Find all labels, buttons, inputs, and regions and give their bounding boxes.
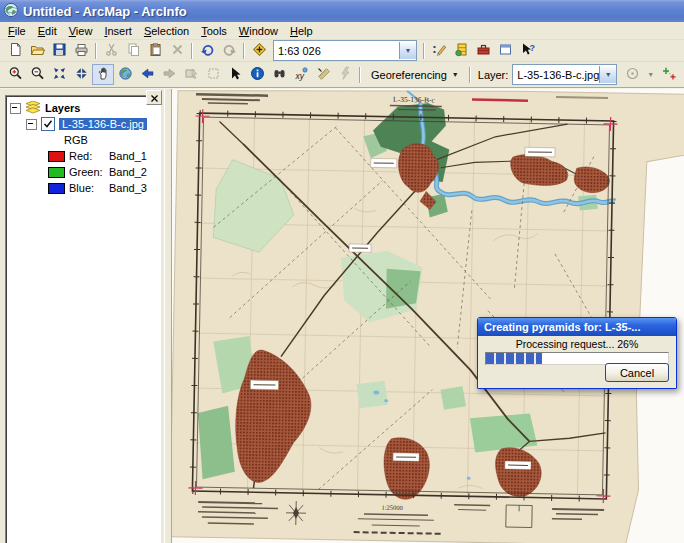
save-icon [52,42,67,59]
zoom-in-button[interactable] [4,64,26,85]
menu-insert[interactable]: Insert [98,24,138,38]
select-elements-icon [228,66,243,83]
go-forward-icon [162,66,177,83]
layer-visibility-checkbox[interactable] [41,117,55,131]
toc-channel-red: Red: Band_1 [8,148,158,164]
redo-arrow-icon [222,42,237,59]
dialog-status-text: Processing request... 26% [478,338,676,350]
add-control-points-button[interactable] [658,64,680,85]
menu-edit[interactable]: Edit [32,24,63,38]
arctoolbox-button[interactable] [472,40,494,61]
layer-combo[interactable]: L-35-136-B-c.jpg ▼ [512,64,617,85]
save-button[interactable] [48,40,70,61]
georeferencing-menu-button[interactable]: Georeferencing ▼ [364,66,466,84]
rotate-raster-button[interactable] [621,64,643,85]
copy-icon [126,42,141,59]
menu-help[interactable]: Help [284,24,319,38]
toc-close-button[interactable] [146,90,162,105]
collapse-icon[interactable] [10,103,21,114]
toc-panel: Layers L-35-136-B-c.jpg RGB Red: Band_1 [5,95,161,543]
command-window-button[interactable] [494,40,516,61]
measure-button[interactable] [312,64,334,85]
undo-button[interactable] [196,40,218,61]
go-forward-button[interactable] [158,64,180,85]
measure-icon [316,66,331,83]
collapse-icon[interactable] [26,119,37,130]
menu-tools[interactable]: Tools [195,24,233,38]
dropdown-arrow-icon: ▼ [452,71,459,78]
dialog-title: Creating pyramids for: L-35-... [484,321,640,333]
go-to-xy-button[interactable]: xy [290,64,312,85]
toolbar-separator [423,43,425,59]
clear-selection-button[interactable] [202,64,224,85]
red-band-swatch [48,151,65,162]
pan-button[interactable] [92,64,114,85]
creating-pyramids-dialog: Creating pyramids for: L-35-... Processi… [477,317,677,389]
open-folder-icon [30,42,45,59]
svg-text:xy: xy [294,71,304,81]
new-document-icon [8,42,23,59]
arccatalog-button[interactable] [450,40,472,61]
select-features-button[interactable] [180,64,202,85]
paste-button[interactable] [144,40,166,61]
progress-fill [486,353,542,364]
help-button[interactable]: ? [516,40,538,61]
menu-file[interactable]: File [2,24,32,38]
fixed-zoom-out-button[interactable] [70,64,92,85]
toc-composite-row: RGB [8,132,158,148]
clear-selection-icon [206,66,221,83]
add-data-button[interactable] [248,40,270,61]
dialog-titlebar[interactable]: Creating pyramids for: L-35-... [478,318,676,336]
menu-window[interactable]: Window [233,24,284,38]
editor-toolbar-button[interactable] [428,40,450,61]
toc-root-label: Layers [45,102,80,114]
identify-button[interactable] [246,64,268,85]
print-icon [74,42,89,59]
zoom-out-button[interactable] [26,64,48,85]
redo-button[interactable] [218,40,240,61]
menu-selection[interactable]: Selection [138,24,195,38]
copy-button[interactable] [122,40,144,61]
hyperlink-button[interactable] [334,64,356,85]
print-button[interactable] [70,40,92,61]
arcmap-window: Untitled - ArcMap - ArcInfo File Edit Vi… [0,0,684,543]
command-window-icon [498,42,513,59]
toc-map-splitter[interactable] [164,89,172,543]
toolbar-separator [469,67,471,83]
new-document-button[interactable] [4,40,26,61]
map-document-canvas[interactable]: L-35-136-B-c [172,89,684,543]
menu-view[interactable]: View [63,24,99,38]
go-back-button[interactable] [136,64,158,85]
fixed-zoom-in-icon [52,66,67,83]
red-band-label: Red: [69,150,105,162]
open-button[interactable] [26,40,48,61]
map-scale-combo[interactable]: 1:63 026 ▼ [273,40,417,61]
toc-layer-row[interactable]: L-35-136-B-c.jpg [8,116,158,132]
go-to-xy-icon: xy [294,66,309,83]
dropdown-arrow-icon[interactable]: ▼ [399,42,416,59]
workspace: Layers L-35-136-B-c.jpg RGB Red: Band_1 [0,88,684,543]
menu-bar: File Edit View Insert Selection Tools Wi… [0,22,684,40]
select-elements-button[interactable] [224,64,246,85]
view-link-table-button[interactable] [680,64,684,85]
select-features-icon [184,66,199,83]
toc-channel-green: Green: Band_2 [8,164,158,180]
delete-button[interactable] [166,40,188,61]
georeferencing-label: Georeferencing [371,69,447,81]
toc-composite-label: RGB [64,134,88,146]
full-extent-button[interactable] [114,64,136,85]
undo-arrow-icon [200,42,215,59]
toc-layer-name[interactable]: L-35-136-B-c.jpg [59,118,147,130]
cut-button[interactable] [100,40,122,61]
toc-root-layers[interactable]: Layers [8,100,158,116]
blue-band-label: Blue: [69,182,105,194]
cancel-button[interactable]: Cancel [605,363,669,382]
find-binoculars-icon [272,66,287,83]
add-data-icon [252,42,267,59]
rotate-dropdown-button[interactable]: ▼ [643,64,658,85]
window-titlebar[interactable]: Untitled - ArcMap - ArcInfo [0,0,684,22]
fixed-zoom-in-button[interactable] [48,64,70,85]
find-button[interactable] [268,64,290,85]
delete-x-icon [170,42,185,59]
dropdown-arrow-icon[interactable]: ▼ [599,66,616,83]
